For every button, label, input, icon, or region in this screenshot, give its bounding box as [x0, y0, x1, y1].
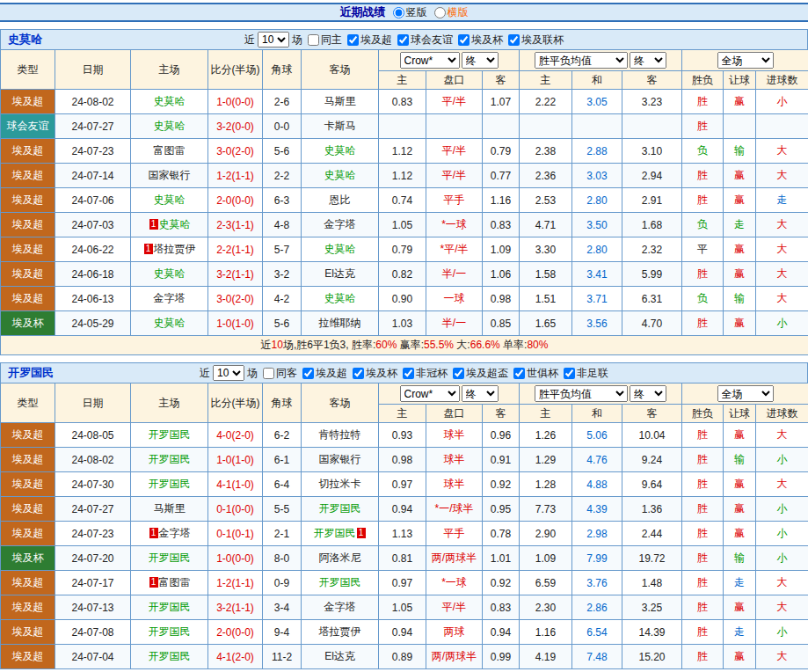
home-team-cell[interactable]: 开罗国民 — [131, 620, 208, 645]
team-link[interactable]: 史莫哈 — [324, 144, 356, 157]
away-team-cell[interactable]: 阿洛米尼 — [302, 546, 379, 571]
checkbox-input[interactable] — [403, 368, 414, 379]
home-team-cell[interactable]: 开罗国民 — [131, 472, 208, 497]
checkbox-input[interactable] — [508, 34, 520, 46]
away-team-cell[interactable]: 开罗国民1 — [302, 522, 379, 546]
match-count-select[interactable]: 10 — [213, 365, 244, 381]
away-team-cell[interactable]: 国家银行 — [302, 448, 379, 472]
team-link[interactable]: 马斯里 — [324, 95, 356, 107]
away-team-cell[interactable]: 金字塔 — [302, 595, 379, 620]
home-team-cell[interactable]: 开罗国民 — [131, 595, 208, 620]
score-cell[interactable]: 4-0(2-0) — [208, 423, 263, 448]
filter-checkbox[interactable]: 世俱杯 — [511, 366, 558, 381]
score-cell[interactable]: 0-1(0-0) — [208, 497, 263, 522]
team-link[interactable]: 开罗国民 — [149, 478, 191, 490]
checkbox-input[interactable] — [397, 34, 409, 46]
filter-checkbox[interactable]: 埃及联杯 — [506, 33, 564, 47]
odds-company-select[interactable]: Crow* — [400, 385, 460, 402]
away-team-cell[interactable]: 肯特拉特 — [302, 423, 379, 448]
layout-vertical-option[interactable]: 竖版 — [393, 5, 427, 20]
away-team-cell[interactable]: 史莫哈 — [302, 287, 379, 311]
team-name[interactable]: 开罗国民 — [8, 365, 54, 381]
score-cell[interactable]: 2-3(1-1) — [208, 213, 263, 237]
team-link[interactable]: 金字塔 — [159, 527, 191, 539]
score-cell[interactable]: 4-1(1-0) — [208, 472, 263, 497]
away-team-cell[interactable]: 马斯里 — [302, 90, 379, 114]
team-link[interactable]: 开罗国民 — [149, 650, 191, 662]
team-link[interactable]: 开罗国民 — [319, 502, 361, 515]
team-link[interactable]: 史莫哈 — [324, 169, 356, 181]
home-team-cell[interactable]: 金字塔 — [131, 287, 208, 311]
home-team-cell[interactable]: 开罗国民 — [131, 448, 208, 472]
score-cell[interactable]: 1-0(0-0) — [208, 90, 263, 114]
horizontal-radio[interactable] — [434, 7, 446, 18]
odds-time-select[interactable]: 终 — [462, 52, 499, 69]
filter-checkbox[interactable]: 埃及超 — [345, 33, 392, 47]
away-team-cell[interactable]: 史莫哈 — [302, 164, 379, 188]
home-team-cell[interactable]: 开罗国民 — [131, 423, 208, 448]
team-link[interactable]: 史莫哈 — [154, 317, 186, 329]
checkbox-input[interactable] — [513, 368, 525, 379]
score-cell[interactable]: 3-2(1-1) — [208, 262, 263, 287]
team-link[interactable]: 卡斯马 — [324, 120, 356, 132]
checkbox-input[interactable] — [263, 368, 274, 379]
home-team-cell[interactable]: 开罗国民 — [131, 546, 208, 571]
score-cell[interactable]: 2-2(1-1) — [208, 237, 263, 262]
score-cell[interactable]: 1-0(1-0) — [208, 448, 263, 472]
score-cell[interactable]: 1-2(1-1) — [208, 164, 263, 188]
match-count-select[interactable]: 10 — [258, 32, 289, 47]
home-team-cell[interactable]: 马斯里 — [131, 497, 208, 522]
score-cell[interactable]: 1-0(1-0) — [208, 311, 263, 336]
team-link[interactable]: 史莫哈 — [154, 95, 186, 107]
checkbox-input[interactable] — [453, 368, 464, 379]
team-link[interactable]: 金字塔 — [154, 292, 186, 304]
checkbox-input[interactable] — [308, 34, 319, 46]
filter-checkbox[interactable]: 埃及超盃 — [450, 366, 508, 381]
team-link[interactable]: 恩比 — [330, 194, 351, 206]
team-link[interactable]: 开罗国民 — [149, 601, 191, 613]
team-link[interactable]: 史莫哈 — [154, 120, 186, 132]
team-link[interactable]: 史莫哈 — [324, 243, 356, 255]
checkbox-input[interactable] — [347, 34, 359, 46]
layout-horizontal-option[interactable]: 横版 — [434, 5, 469, 20]
away-team-cell[interactable]: 史莫哈 — [302, 139, 379, 164]
filter-checkbox[interactable]: 非冠杯 — [400, 366, 448, 381]
away-team-cell[interactable]: 开罗国民 — [302, 571, 379, 595]
home-team-cell[interactable]: 史莫哈 — [131, 114, 208, 139]
score-cell[interactable]: 4-1(2-0) — [208, 645, 263, 669]
team-link[interactable]: 塔拉贾伊 — [154, 243, 196, 255]
scope-select[interactable]: 全场 — [717, 385, 774, 402]
team-link[interactable]: 金字塔 — [324, 218, 356, 230]
team-link[interactable]: 史莫哈 — [154, 194, 186, 206]
team-link[interactable]: 阿洛米尼 — [319, 551, 361, 564]
odds-company-select[interactable]: Crow* — [400, 52, 460, 69]
away-team-cell[interactable]: 拉维耶纳 — [302, 311, 379, 336]
home-team-cell[interactable]: 1富图雷 — [131, 571, 208, 595]
filter-checkbox[interactable]: 球会友谊 — [395, 33, 453, 47]
team-link[interactable]: 金字塔 — [324, 601, 356, 613]
europe-time-select[interactable]: 终 — [630, 385, 666, 402]
checkbox-input[interactable] — [564, 368, 575, 379]
home-team-cell[interactable]: 开罗国民 — [131, 645, 208, 669]
team-link[interactable]: 史莫哈 — [154, 267, 186, 280]
away-team-cell[interactable]: 卡斯马 — [302, 114, 379, 139]
checkbox-input[interactable] — [458, 34, 470, 46]
filter-checkbox[interactable]: 埃及超 — [300, 366, 347, 381]
team-link[interactable]: 开罗国民 — [319, 576, 361, 588]
home-team-cell[interactable]: 史莫哈 — [131, 90, 208, 114]
score-cell[interactable]: 2-0(0-0) — [208, 188, 263, 213]
home-team-cell[interactable]: 史莫哈 — [131, 262, 208, 287]
europe-odds-select[interactable]: 胜平负均值 — [535, 52, 628, 69]
away-team-cell[interactable]: 开罗国民 — [302, 497, 379, 522]
score-cell[interactable]: 3-0(2-0) — [208, 139, 263, 164]
away-team-cell[interactable]: El达克 — [302, 645, 379, 669]
home-team-cell[interactable]: 1塔拉贾伊 — [131, 237, 208, 262]
home-team-cell[interactable]: 史莫哈 — [131, 188, 208, 213]
team-link[interactable]: El达克 — [324, 650, 355, 662]
home-team-cell[interactable]: 1金字塔 — [131, 522, 208, 546]
odds-time-select[interactable]: 终 — [462, 385, 499, 402]
team-link[interactable]: 切拉米卡 — [319, 478, 361, 490]
home-team-cell[interactable]: 史莫哈 — [131, 311, 208, 336]
team-link[interactable]: 国家银行 — [319, 453, 361, 465]
checkbox-input[interactable] — [353, 368, 364, 379]
